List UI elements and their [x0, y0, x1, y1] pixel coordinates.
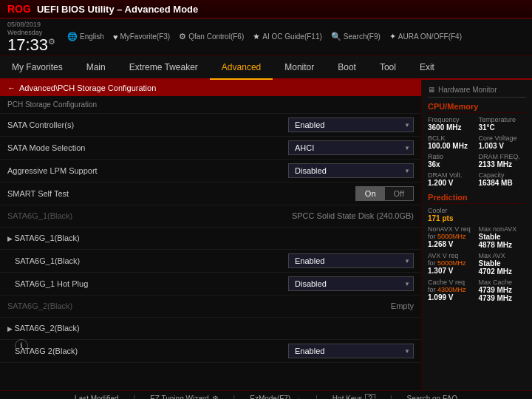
avx-sublabel: for 5000MHz: [428, 259, 476, 267]
sata-controllers-dropdown-wrap[interactable]: Enabled Disabled: [288, 117, 414, 132]
config-row-sata6g1-expand[interactable]: SATA6G_1(Black): [0, 228, 421, 250]
time: 17:33⚙: [7, 37, 55, 53]
hw-monitor-title: 🖥 Hardware Monitor: [428, 86, 526, 98]
last-modified-label: Last Modified: [75, 395, 118, 399]
nonavx-freq: 4878 MHz: [479, 241, 527, 249]
capacity-value: 16384 MB: [479, 179, 527, 187]
hot-keys[interactable]: Hot Keys ?: [332, 394, 375, 399]
english-label: English: [80, 33, 104, 41]
config-row-sata6g1-enabled[interactable]: SATA6G_1(Black) Enabled Disabled: [0, 250, 421, 273]
cache-value: 1.099 V: [428, 293, 476, 301]
footer: Last Modified | EZ Tuning Wizard ⚙ | EzM…: [0, 390, 532, 399]
sata-controllers-label: SATA Controller(s): [7, 120, 288, 129]
sata-mode-dropdown-wrap[interactable]: AHCI RAID: [288, 140, 414, 155]
hot-keys-key: ?: [365, 394, 375, 399]
smart-toggle[interactable]: On Off: [355, 186, 414, 201]
shortcut-english[interactable]: 🌐 English: [67, 32, 104, 41]
nav-advanced[interactable]: Advanced: [210, 56, 273, 80]
nav-main[interactable]: Main: [75, 56, 117, 78]
aura-icon: ✦: [389, 32, 396, 41]
breadcrumb[interactable]: ← Advanced\PCH Storage Configuration: [0, 80, 421, 96]
sata6g2-info-label: SATA6G_2(Black): [7, 301, 391, 310]
sata-controllers-dropdown[interactable]: Enabled Disabled: [288, 117, 414, 132]
shortcut-aioc[interactable]: ★ AI OC Guide(F11): [253, 32, 322, 41]
sata-mode-dropdown[interactable]: AHCI RAID: [288, 140, 414, 155]
ratio-label: Ratio: [428, 153, 476, 160]
freq-value: 3600 MHz: [428, 123, 476, 132]
sata6g1-info-value: SPCC Solid State Disk (240.0GB): [292, 211, 414, 220]
cache-label: Cache V req: [428, 279, 476, 286]
nav-tool[interactable]: Tool: [368, 56, 408, 78]
nav-extreme-tweaker[interactable]: Extreme Tweaker: [117, 56, 210, 78]
sata6g1-enabled-label: SATA6G_1(Black): [15, 256, 288, 265]
info-bar: 05/08/2019Wednesday 17:33⚙ 🌐 English ♥ M…: [0, 18, 532, 56]
dramvolt-label: DRAM Volt.: [428, 171, 476, 179]
cooler-value: 171 pts: [428, 214, 526, 222]
toggle-on-label[interactable]: On: [356, 187, 385, 200]
config-row-lpm[interactable]: Aggressive LPM Support Disabled Enabled: [0, 160, 421, 183]
monitor-icon: 🖥: [428, 86, 435, 94]
cpu-memory-title: CPU/Memory: [428, 102, 526, 113]
prediction-title: Prediction: [428, 193, 526, 204]
sata6g2-expand-label: SATA6G_2(Black): [7, 324, 414, 332]
sata6g1-hotplug-dropdown[interactable]: Disabled Enabled: [288, 276, 414, 291]
breadcrumb-path: Advanced\PCH Storage Configuration: [19, 83, 156, 92]
shortcut-qfan[interactable]: ⚙ Qfan Control(F6): [179, 32, 244, 41]
cooler-row: Cooler 171 pts: [428, 207, 526, 222]
bclk-label: BCLK: [428, 134, 476, 142]
sata6g2-dropdown[interactable]: Enabled Disabled: [288, 344, 414, 358]
sata6g1-hotplug-dropdown-wrap[interactable]: Disabled Enabled: [288, 276, 414, 291]
avx-freq: 4702 MHz: [479, 267, 527, 276]
sata6g1-hotplug-label: SATA6G_1 Hot Plug: [15, 279, 288, 288]
dramvolt-value: 1.200 V: [428, 179, 476, 187]
left-panel: ← Advanced\PCH Storage Configuration PCH…: [0, 80, 421, 390]
temp-label: Temperature: [479, 116, 527, 123]
ez-tuning-icon: ⚙: [212, 395, 219, 399]
dramvolt-group: DRAM Volt. 1.200 V Capacity 16384 MB: [428, 171, 526, 187]
avx-max-value: Stable: [479, 259, 527, 267]
search-faq[interactable]: Search on FAQ: [407, 395, 457, 399]
section-title: PCH Storage Configuration: [0, 96, 421, 114]
nav-bar: My Favorites Main Extreme Tweaker Advanc…: [0, 56, 532, 80]
pred-avx-row: AVX V req for 5000MHz 1.307 V Max AVX St…: [428, 252, 526, 276]
info-icon[interactable]: ℹ: [15, 339, 28, 352]
shortcut-myfavorite[interactable]: ♥ MyFavorite(F3): [113, 33, 170, 41]
dramfreq-label: DRAM FREQ.: [479, 153, 527, 160]
lpm-dropdown[interactable]: Disabled Enabled: [288, 163, 414, 178]
sata6g1-expand-label: SATA6G_1(Black): [7, 233, 414, 242]
sata6g2-dropdown-wrap[interactable]: Enabled Disabled: [288, 344, 414, 358]
nav-boot[interactable]: Boot: [326, 56, 368, 78]
cache-freq: 4739 MHz: [479, 294, 527, 302]
ez-mode-label: EzMode(F7): [250, 395, 290, 399]
toggle-off-label[interactable]: Off: [385, 187, 413, 200]
shortcuts-bar: 🌐 English ♥ MyFavorite(F3) ⚙ Qfan Contro…: [67, 32, 525, 41]
config-row-sata-mode[interactable]: SATA Mode Selection AHCI RAID: [0, 137, 421, 160]
ez-mode[interactable]: EzMode(F7) →: [250, 395, 301, 399]
shortcut-search[interactable]: 🔍 Search(F9): [331, 32, 381, 41]
nav-exit[interactable]: Exit: [408, 56, 446, 78]
date: 05/08/2019Wednesday: [7, 21, 55, 37]
ez-mode-icon: →: [293, 395, 301, 399]
nav-monitor[interactable]: Monitor: [273, 56, 326, 78]
ez-tuning-wizard[interactable]: EZ Tuning Wizard ⚙: [150, 395, 218, 399]
config-row-sata6g2-expand[interactable]: SATA6G_2(Black): [0, 318, 421, 340]
globe-icon: 🌐: [67, 32, 78, 41]
nonavx-label: NonAVX V req: [428, 225, 476, 233]
nav-my-favorites[interactable]: My Favorites: [0, 56, 75, 78]
cache-sublabel: for 4300MHz: [428, 286, 476, 293]
sata6g1-dropdown[interactable]: Enabled Disabled: [288, 253, 414, 268]
sata6g1-dropdown-wrap[interactable]: Enabled Disabled: [288, 253, 414, 268]
shortcut-aura[interactable]: ✦ AURA ON/OFF(F4): [389, 32, 462, 41]
nonavx-value: 1.268 V: [428, 240, 476, 248]
corevolt-value: 1.003 V: [479, 142, 527, 150]
lpm-dropdown-wrap[interactable]: Disabled Enabled: [288, 163, 414, 178]
heart-icon: ♥: [113, 33, 118, 41]
sata6g1-info-label: SATA6G_1(Black): [7, 211, 292, 220]
config-row-sata-controllers[interactable]: SATA Controller(s) Enabled Disabled: [0, 114, 421, 137]
config-row-smart[interactable]: SMART Self Test On Off: [0, 183, 421, 205]
config-row-sata6g2-enabled[interactable]: SATA6G 2(Black) Enabled Disabled: [0, 340, 421, 363]
dramfreq-value: 2133 MHz: [479, 160, 527, 168]
config-row-sata6g1-hotplug[interactable]: SATA6G_1 Hot Plug Disabled Enabled: [0, 273, 421, 296]
ratio-group: Ratio 36x DRAM FREQ. 2133 MHz: [428, 153, 526, 168]
avx-label: AVX V req: [428, 252, 476, 259]
